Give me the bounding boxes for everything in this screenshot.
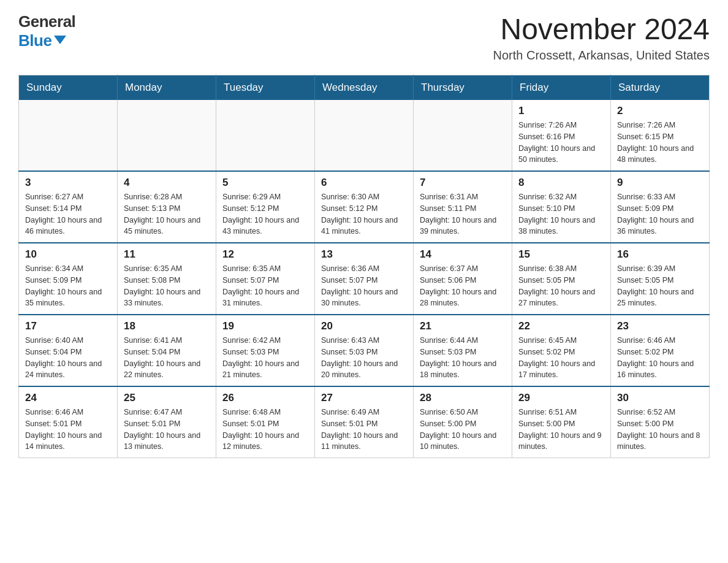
col-thursday: Thursday — [414, 75, 512, 101]
table-row: 26Sunrise: 6:48 AMSunset: 5:01 PMDayligh… — [216, 386, 315, 458]
day-number: 2 — [617, 105, 703, 117]
day-info: Sunrise: 6:35 AMSunset: 5:08 PMDaylight:… — [124, 263, 210, 309]
day-info: Sunrise: 6:47 AMSunset: 5:01 PMDaylight:… — [124, 407, 210, 453]
logo-triangle-icon — [54, 36, 66, 44]
table-row: 21Sunrise: 6:44 AMSunset: 5:03 PMDayligh… — [414, 315, 512, 386]
day-info: Sunrise: 6:34 AMSunset: 5:09 PMDaylight:… — [25, 263, 111, 309]
day-info: Sunrise: 6:45 AMSunset: 5:02 PMDaylight:… — [518, 335, 604, 381]
day-info: Sunrise: 6:48 AMSunset: 5:01 PMDaylight:… — [222, 407, 308, 453]
table-row: 8Sunrise: 6:32 AMSunset: 5:10 PMDaylight… — [512, 171, 611, 243]
table-row: 6Sunrise: 6:30 AMSunset: 5:12 PMDaylight… — [315, 171, 414, 243]
table-row: 25Sunrise: 6:47 AMSunset: 5:01 PMDayligh… — [118, 386, 216, 458]
day-number: 13 — [321, 248, 407, 261]
logo: General Blue — [18, 12, 75, 50]
table-row: 19Sunrise: 6:42 AMSunset: 5:03 PMDayligh… — [216, 315, 315, 386]
table-row: 12Sunrise: 6:35 AMSunset: 5:07 PMDayligh… — [216, 243, 315, 315]
day-info: Sunrise: 6:27 AMSunset: 5:14 PMDaylight:… — [25, 191, 111, 237]
day-number: 22 — [518, 320, 604, 332]
day-number: 20 — [321, 320, 407, 332]
day-info: Sunrise: 6:36 AMSunset: 5:07 PMDaylight:… — [321, 263, 407, 309]
table-row: 11Sunrise: 6:35 AMSunset: 5:08 PMDayligh… — [118, 243, 216, 315]
title-area: November 2024 North Crossett, Arkansas, … — [493, 12, 710, 63]
day-info: Sunrise: 6:37 AMSunset: 5:06 PMDaylight:… — [420, 263, 506, 309]
day-number: 4 — [124, 177, 210, 189]
day-info: Sunrise: 6:41 AMSunset: 5:04 PMDaylight:… — [124, 335, 210, 381]
table-row: 15Sunrise: 6:38 AMSunset: 5:05 PMDayligh… — [512, 243, 611, 315]
table-row — [19, 100, 118, 171]
day-number: 28 — [420, 392, 506, 404]
table-row: 30Sunrise: 6:52 AMSunset: 5:00 PMDayligh… — [611, 386, 710, 458]
col-saturday: Saturday — [611, 75, 710, 101]
table-row: 5Sunrise: 6:29 AMSunset: 5:12 PMDaylight… — [216, 171, 315, 243]
day-number: 17 — [25, 320, 111, 332]
col-sunday: Sunday — [19, 75, 118, 101]
calendar-week-4: 17Sunrise: 6:40 AMSunset: 5:04 PMDayligh… — [19, 315, 710, 386]
day-info: Sunrise: 7:26 AMSunset: 6:15 PMDaylight:… — [617, 120, 703, 166]
day-info: Sunrise: 6:29 AMSunset: 5:12 PMDaylight:… — [222, 191, 308, 237]
table-row: 4Sunrise: 6:28 AMSunset: 5:13 PMDaylight… — [118, 171, 216, 243]
day-number: 6 — [321, 177, 407, 189]
table-row: 24Sunrise: 6:46 AMSunset: 5:01 PMDayligh… — [19, 386, 118, 458]
day-number: 26 — [222, 392, 308, 404]
calendar-week-3: 10Sunrise: 6:34 AMSunset: 5:09 PMDayligh… — [19, 243, 710, 315]
table-row — [118, 100, 216, 171]
col-wednesday: Wednesday — [315, 75, 414, 101]
day-info: Sunrise: 7:26 AMSunset: 6:16 PMDaylight:… — [518, 120, 604, 166]
day-number: 12 — [222, 248, 308, 261]
day-number: 30 — [617, 392, 703, 404]
day-info: Sunrise: 6:42 AMSunset: 5:03 PMDaylight:… — [222, 335, 308, 381]
table-row — [216, 100, 315, 171]
day-number: 29 — [518, 392, 604, 404]
day-number: 21 — [420, 320, 506, 332]
day-number: 14 — [420, 248, 506, 261]
day-info: Sunrise: 6:50 AMSunset: 5:00 PMDaylight:… — [420, 407, 506, 453]
table-row: 28Sunrise: 6:50 AMSunset: 5:00 PMDayligh… — [414, 386, 512, 458]
calendar: Sunday Monday Tuesday Wednesday Thursday… — [18, 75, 710, 458]
calendar-header-row: Sunday Monday Tuesday Wednesday Thursday… — [19, 75, 710, 101]
day-number: 8 — [518, 177, 604, 189]
header: General Blue November 2024 North Crosset… — [18, 12, 710, 63]
table-row: 13Sunrise: 6:36 AMSunset: 5:07 PMDayligh… — [315, 243, 414, 315]
calendar-week-1: 1Sunrise: 7:26 AMSunset: 6:16 PMDaylight… — [19, 100, 710, 171]
day-info: Sunrise: 6:51 AMSunset: 5:00 PMDaylight:… — [518, 407, 604, 453]
day-number: 15 — [518, 248, 604, 261]
table-row — [315, 100, 414, 171]
day-info: Sunrise: 6:40 AMSunset: 5:04 PMDaylight:… — [25, 335, 111, 381]
day-info: Sunrise: 6:38 AMSunset: 5:05 PMDaylight:… — [518, 263, 604, 309]
calendar-week-5: 24Sunrise: 6:46 AMSunset: 5:01 PMDayligh… — [19, 386, 710, 458]
calendar-week-2: 3Sunrise: 6:27 AMSunset: 5:14 PMDaylight… — [19, 171, 710, 243]
day-number: 24 — [25, 392, 111, 404]
day-info: Sunrise: 6:31 AMSunset: 5:11 PMDaylight:… — [420, 191, 506, 237]
day-info: Sunrise: 6:39 AMSunset: 5:05 PMDaylight:… — [617, 263, 703, 309]
table-row: 18Sunrise: 6:41 AMSunset: 5:04 PMDayligh… — [118, 315, 216, 386]
col-friday: Friday — [512, 75, 611, 101]
day-number: 25 — [124, 392, 210, 404]
col-monday: Monday — [118, 75, 216, 101]
table-row: 7Sunrise: 6:31 AMSunset: 5:11 PMDaylight… — [414, 171, 512, 243]
day-info: Sunrise: 6:30 AMSunset: 5:12 PMDaylight:… — [321, 191, 407, 237]
day-number: 7 — [420, 177, 506, 189]
day-info: Sunrise: 6:33 AMSunset: 5:09 PMDaylight:… — [617, 191, 703, 237]
table-row: 27Sunrise: 6:49 AMSunset: 5:01 PMDayligh… — [315, 386, 414, 458]
day-info: Sunrise: 6:43 AMSunset: 5:03 PMDaylight:… — [321, 335, 407, 381]
day-number: 1 — [518, 105, 604, 117]
day-number: 16 — [617, 248, 703, 261]
table-row: 1Sunrise: 7:26 AMSunset: 6:16 PMDaylight… — [512, 100, 611, 171]
logo-general-text: General — [18, 12, 75, 31]
day-number: 23 — [617, 320, 703, 332]
table-row: 14Sunrise: 6:37 AMSunset: 5:06 PMDayligh… — [414, 243, 512, 315]
table-row: 9Sunrise: 6:33 AMSunset: 5:09 PMDaylight… — [611, 171, 710, 243]
table-row — [414, 100, 512, 171]
day-number: 27 — [321, 392, 407, 404]
table-row: 16Sunrise: 6:39 AMSunset: 5:05 PMDayligh… — [611, 243, 710, 315]
table-row: 23Sunrise: 6:46 AMSunset: 5:02 PMDayligh… — [611, 315, 710, 386]
location-title: North Crossett, Arkansas, United States — [493, 48, 710, 63]
table-row: 22Sunrise: 6:45 AMSunset: 5:02 PMDayligh… — [512, 315, 611, 386]
day-number: 9 — [617, 177, 703, 189]
day-number: 11 — [124, 248, 210, 261]
day-number: 10 — [25, 248, 111, 261]
table-row: 20Sunrise: 6:43 AMSunset: 5:03 PMDayligh… — [315, 315, 414, 386]
month-title: November 2024 — [493, 12, 710, 46]
day-info: Sunrise: 6:32 AMSunset: 5:10 PMDaylight:… — [518, 191, 604, 237]
table-row: 3Sunrise: 6:27 AMSunset: 5:14 PMDaylight… — [19, 171, 118, 243]
